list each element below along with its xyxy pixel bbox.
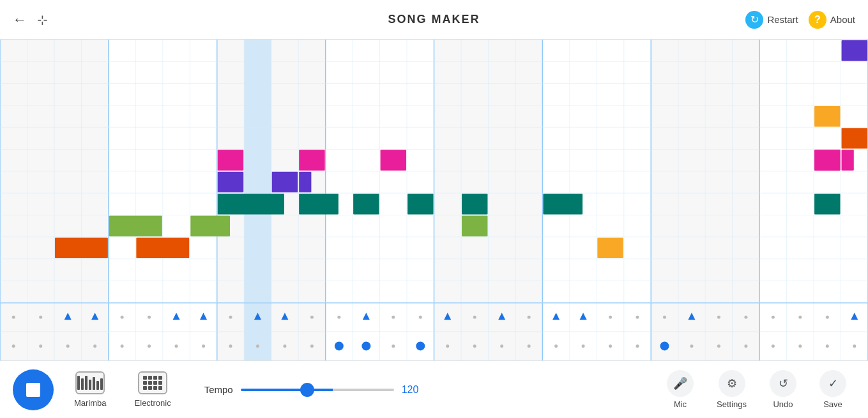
svg-point-94: [362, 341, 370, 350]
svg-point-124: [528, 344, 531, 348]
move-icon[interactable]: ⊹: [37, 12, 48, 27]
svg-point-123: [528, 316, 531, 319]
svg-marker-90: [579, 313, 586, 320]
electronic-button[interactable]: Electronic: [127, 366, 179, 413]
svg-point-140: [798, 344, 802, 348]
svg-point-109: [229, 316, 232, 319]
svg-rect-57: [842, 128, 867, 148]
svg-point-143: [853, 344, 856, 348]
svg-point-122: [500, 344, 503, 348]
play-stop-button[interactable]: [13, 369, 54, 410]
save-button[interactable]: ✓ Save: [811, 365, 855, 414]
svg-marker-82: [172, 313, 179, 320]
tempo-value: 120: [402, 384, 425, 396]
marimba-label: Marimba: [74, 398, 107, 408]
svg-rect-73: [814, 194, 840, 214]
restart-icon: ↻: [745, 11, 763, 29]
settings-icon: ⚙: [719, 370, 745, 397]
stop-icon: [26, 383, 40, 397]
settings-label: Settings: [717, 399, 747, 409]
svg-rect-56: [814, 106, 840, 127]
svg-point-104: [121, 344, 124, 348]
svg-point-112: [283, 344, 286, 348]
undo-button[interactable]: ↺ Undo: [761, 365, 805, 414]
toolbar-right: 🎤 Mic ⚙ Settings ↺ Undo ✓ Save: [658, 365, 855, 414]
svg-point-130: [636, 344, 639, 348]
undo-icon: ↺: [770, 370, 796, 397]
svg-point-116: [392, 316, 395, 319]
svg-rect-64: [218, 172, 243, 192]
header-right: ↻ Restart ? About: [745, 11, 855, 29]
svg-point-101: [66, 344, 70, 348]
svg-point-120: [473, 316, 476, 319]
restart-button[interactable]: ↻ Restart: [745, 11, 798, 29]
settings-button[interactable]: ⚙ Settings: [708, 365, 756, 414]
svg-point-121: [473, 344, 476, 348]
svg-point-97: [12, 316, 15, 319]
svg-marker-83: [200, 313, 207, 320]
marimba-icon: [75, 371, 105, 394]
svg-rect-69: [353, 194, 379, 214]
about-button[interactable]: ? About: [809, 11, 855, 29]
svg-rect-70: [407, 194, 433, 214]
page-title: SONG MAKER: [388, 13, 480, 26]
save-icon: ✓: [819, 370, 846, 397]
mic-label: Mic: [674, 399, 687, 409]
electronic-grid-visual: [143, 376, 162, 390]
svg-point-128: [609, 344, 612, 348]
svg-point-115: [337, 316, 340, 319]
svg-point-142: [826, 344, 829, 348]
svg-point-108: [202, 344, 205, 348]
svg-rect-59: [842, 150, 854, 171]
svg-point-118: [419, 316, 422, 319]
svg-point-110: [229, 344, 232, 348]
mic-button[interactable]: 🎤 Mic: [658, 365, 703, 414]
svg-point-95: [416, 341, 425, 350]
svg-point-99: [39, 316, 42, 319]
svg-point-111: [256, 344, 259, 348]
svg-rect-60: [218, 150, 243, 171]
mic-icon: 🎤: [667, 370, 694, 397]
back-button[interactable]: ←: [13, 12, 27, 28]
svg-point-135: [744, 316, 747, 319]
undo-label: Undo: [773, 399, 793, 409]
tempo-section: Tempo 120: [204, 384, 425, 396]
svg-rect-78: [55, 238, 108, 258]
electronic-label: Electronic: [135, 398, 171, 408]
svg-rect-77: [597, 238, 623, 258]
svg-point-138: [772, 344, 775, 348]
about-label: About: [830, 14, 855, 25]
svg-point-137: [772, 316, 775, 319]
song-grid[interactable]: [0, 40, 868, 360]
svg-point-102: [93, 344, 96, 348]
svg-point-105: [148, 316, 151, 319]
svg-point-98: [12, 344, 15, 348]
svg-point-129: [636, 316, 639, 319]
svg-rect-79: [136, 238, 189, 258]
svg-point-139: [798, 316, 802, 319]
svg-marker-89: [552, 313, 560, 320]
svg-point-127: [609, 316, 612, 319]
svg-point-132: [690, 344, 693, 348]
tempo-label: Tempo: [204, 384, 233, 395]
svg-point-141: [826, 316, 829, 319]
svg-rect-67: [218, 194, 284, 214]
svg-rect-63: [814, 150, 840, 171]
marimba-button[interactable]: Marimba: [66, 366, 114, 413]
about-icon: ?: [809, 11, 826, 29]
svg-point-136: [744, 344, 747, 348]
svg-rect-71: [462, 194, 487, 214]
restart-label: Restart: [767, 14, 798, 25]
header: ← ⊹ SONG MAKER ↻ Restart ? About: [0, 0, 868, 40]
svg-rect-72: [543, 194, 582, 214]
toolbar: Marimba Electronic Tempo 120 🎤 Mic ⚙ Set…: [0, 360, 868, 418]
svg-marker-92: [851, 313, 858, 320]
svg-point-113: [310, 316, 314, 319]
save-label: Save: [823, 399, 842, 409]
svg-point-125: [554, 344, 558, 348]
svg-rect-55: [842, 40, 867, 61]
tempo-slider[interactable]: [241, 389, 394, 391]
svg-rect-76: [462, 215, 487, 236]
grid-area[interactable]: [0, 40, 868, 360]
electronic-icon: [138, 371, 167, 394]
